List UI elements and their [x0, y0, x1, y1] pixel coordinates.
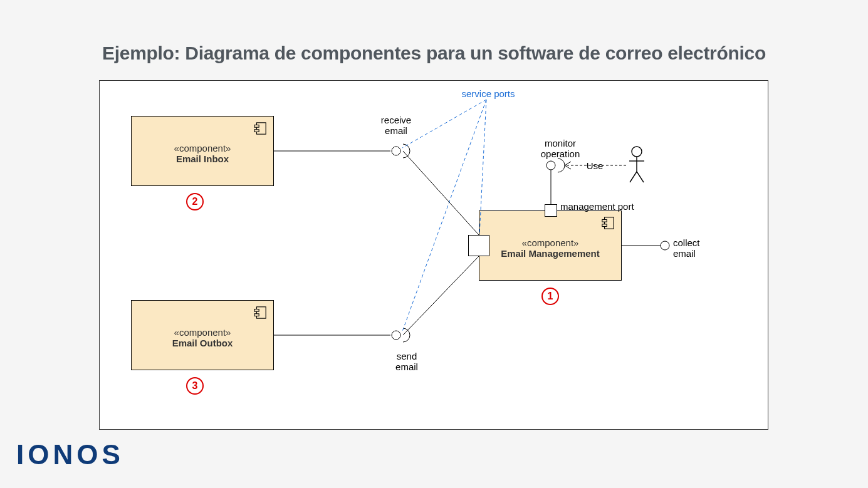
svg-rect-3 [257, 307, 266, 318]
svg-point-16 [661, 241, 669, 250]
label-send-email: sendemail [385, 351, 429, 372]
page-title: Ejemplo: Diagrama de componentes para un… [0, 43, 868, 64]
label-collect-email: collectemail [673, 238, 717, 259]
port-service [468, 235, 489, 256]
svg-line-24 [637, 172, 644, 182]
actor-icon [629, 147, 644, 182]
svg-rect-4 [254, 309, 259, 312]
svg-rect-0 [257, 123, 266, 134]
component-name: Email Managemement [479, 248, 621, 259]
stereotype-label: «component» [132, 327, 273, 338]
svg-point-10 [392, 147, 400, 155]
callout-1: 1 [541, 288, 559, 305]
label-use: Use [582, 161, 607, 172]
component-email-management: «component» Email Managemement [479, 210, 622, 281]
svg-line-14 [403, 256, 479, 335]
svg-point-13 [392, 331, 400, 340]
svg-line-23 [630, 172, 637, 182]
svg-point-18 [546, 161, 555, 170]
callout-3: 3 [186, 377, 204, 395]
label-service-ports: service ports [451, 89, 526, 100]
stereotype-label: «component» [479, 237, 621, 248]
component-email-outbox: «component» Email Outbox [131, 300, 274, 370]
svg-rect-2 [254, 130, 259, 132]
svg-rect-8 [602, 224, 607, 227]
component-name: Email Inbox [132, 153, 273, 164]
stereotype-label: «component» [132, 143, 273, 153]
svg-rect-7 [602, 220, 607, 222]
component-icon [253, 306, 267, 319]
svg-line-11 [403, 151, 479, 235]
label-management-port: management port [560, 202, 648, 212]
svg-point-20 [632, 147, 642, 157]
component-email-inbox: «component» Email Inbox [131, 116, 274, 186]
label-receive-email: receiveemail [374, 115, 418, 136]
component-icon [601, 216, 615, 230]
svg-rect-6 [605, 217, 614, 229]
component-icon [253, 122, 267, 135]
svg-rect-1 [254, 125, 259, 128]
ionos-logo: IONOS [16, 439, 124, 470]
callout-2: 2 [186, 193, 204, 210]
diagram-frame: «component» Email Inbox «component» Emai… [99, 80, 768, 430]
port-management [545, 204, 557, 217]
component-name: Email Outbox [132, 338, 273, 348]
svg-rect-5 [254, 314, 259, 316]
label-monitor-operation: monitoroperation [532, 138, 588, 159]
